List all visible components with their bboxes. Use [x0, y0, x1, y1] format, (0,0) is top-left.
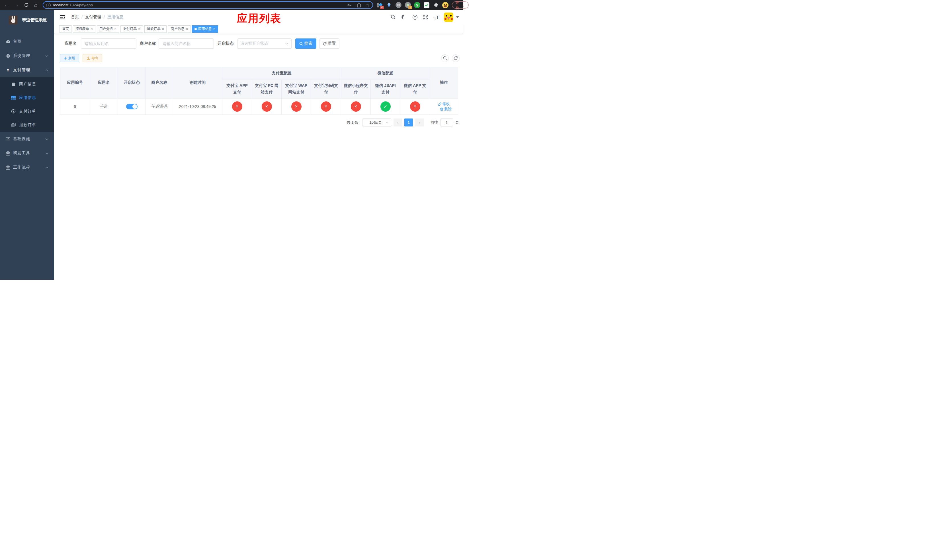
sidebar: 芋道管理系统 首页 系统管理 ¥ 支付管理 — [0, 10, 54, 280]
close-icon[interactable]: × — [186, 27, 188, 31]
url-bar[interactable]: i localhost:1024/pay/app ☆ — [43, 1, 373, 9]
extensions-puzzle-icon[interactable] — [433, 2, 439, 8]
chevron-down-icon — [45, 138, 48, 140]
export-button[interactable]: 导出 — [83, 54, 102, 62]
sidebar-item-devtools[interactable]: 研发工具 — [0, 146, 54, 160]
caret-down-icon[interactable] — [456, 16, 459, 18]
col-alipay-app: 支付宝 APP 支付 — [222, 79, 252, 98]
extension-profile-icon[interactable]: 1 — [405, 2, 411, 8]
browser-menu-icon[interactable]: ⋮ — [461, 3, 463, 7]
font-size-icon[interactable]: TT — [433, 14, 440, 21]
logo-row[interactable]: 芋道管理系统 — [0, 10, 54, 30]
dashboard-icon — [6, 39, 10, 44]
extension-chart-icon[interactable] — [424, 2, 430, 8]
search-icon[interactable] — [390, 14, 396, 21]
sidebar-item-app[interactable]: 应用信息 — [0, 91, 54, 104]
github-icon[interactable] — [401, 14, 407, 21]
url-path: :1024/pay/app — [68, 3, 93, 7]
breadcrumb-home[interactable]: 首页 — [71, 15, 79, 20]
yen-circle-icon — [11, 109, 16, 114]
tag-home[interactable]: 首页 — [59, 25, 71, 33]
close-icon[interactable]: × — [162, 27, 164, 31]
breadcrumb-current: 应用信息 — [107, 15, 123, 20]
cell-app-id: 6 — [60, 98, 90, 115]
col-alipay-wap: 支付宝 WAP 网站支付 — [281, 79, 311, 98]
sidebar-item-home[interactable]: 首页 — [0, 35, 54, 49]
tag-merchant[interactable]: 商户信息× — [168, 25, 191, 33]
user-avatar[interactable] — [444, 12, 453, 22]
col-wx-app: 微信 APP 支付 — [400, 79, 430, 98]
bookmark-star-icon[interactable]: ☆ — [366, 3, 369, 7]
status-wx-jsapi: ✓ — [380, 101, 391, 112]
browser-update-button[interactable]: 更新 ⋮ — [452, 2, 463, 9]
extension-badge: 1 — [409, 6, 412, 9]
extension-emoji-icon[interactable] — [442, 2, 448, 8]
status-alipay-app: × — [232, 101, 242, 112]
help-icon[interactable]: ? — [412, 14, 418, 21]
breadcrumb: 首页 / 支付管理 / 应用信息 — [71, 15, 123, 20]
sidebar-item-infra[interactable]: 基础设施 — [0, 132, 54, 146]
topbar: 首页 / 支付管理 / 应用信息 ? T — [54, 10, 463, 24]
page-1-button[interactable]: 1 — [404, 118, 413, 127]
merchant-name-input[interactable] — [159, 38, 214, 49]
url-text[interactable]: localhost:1024/pay/app — [53, 3, 93, 7]
extension-command-icon[interactable]: ⌘ — [395, 2, 401, 8]
enabled-switch[interactable] — [126, 104, 138, 109]
cell-merchant: 芋道源码 — [146, 98, 173, 115]
home-icon[interactable]: ⌂ — [32, 2, 39, 9]
document-icon — [11, 123, 16, 127]
delete-button[interactable]: 删除 — [440, 106, 452, 112]
merchant-name-label: 商户名称 — [140, 41, 156, 46]
info-icon[interactable]: i — [46, 3, 51, 8]
tag-app-info[interactable]: 应用信息× — [192, 25, 218, 33]
tag-flow-form[interactable]: 流程表单× — [73, 25, 95, 33]
page-size-select[interactable]: 10条/页 — [362, 118, 391, 127]
refresh-icon — [454, 56, 458, 60]
extension-grid-icon[interactable]: 10 — [377, 2, 383, 8]
app-name-input[interactable] — [81, 38, 136, 49]
extension-y-icon[interactable]: y — [414, 2, 420, 8]
reload-icon[interactable] — [23, 2, 30, 9]
back-icon[interactable]: ← — [3, 2, 10, 9]
close-icon[interactable]: × — [91, 27, 93, 31]
reset-button[interactable]: 重置 — [319, 38, 339, 49]
collapse-sidebar-icon[interactable] — [58, 13, 67, 21]
breadcrumb-pay[interactable]: 支付管理 — [85, 15, 101, 20]
sidebar-item-merchant[interactable]: 商户信息 — [0, 77, 54, 91]
status-label: 开启状态 — [218, 41, 233, 46]
extension-badge: 10 — [380, 6, 384, 9]
tag-pay-order[interactable]: 支付订单× — [121, 25, 143, 33]
prev-page-button[interactable]: ‹ — [393, 118, 402, 127]
next-page-button[interactable]: › — [415, 118, 424, 127]
sidebar-menu: 首页 系统管理 ¥ 支付管理 — [0, 35, 54, 175]
status-wx-lite: × — [351, 101, 361, 112]
tag-user-group[interactable]: 用户分组× — [97, 25, 119, 33]
close-icon[interactable]: × — [213, 27, 216, 31]
forward-icon[interactable]: → — [13, 2, 20, 9]
tag-refund-order[interactable]: 退款订单× — [144, 25, 167, 33]
sidebar-item-refund-order[interactable]: 退款订单 — [0, 118, 54, 132]
toggle-search-button[interactable] — [441, 54, 449, 62]
sidebar-item-pay[interactable]: ¥ 支付管理 — [0, 63, 54, 77]
fullscreen-icon[interactable] — [422, 14, 429, 21]
close-icon[interactable]: × — [138, 27, 141, 31]
logo-avatar — [9, 16, 18, 24]
status-alipay-qr: × — [321, 101, 331, 112]
pencil-icon — [438, 102, 442, 106]
refresh-table-button[interactable] — [452, 54, 460, 62]
sidebar-item-workflow[interactable]: 工作流程 — [0, 160, 54, 175]
chevron-down-icon — [386, 122, 389, 124]
close-icon[interactable]: × — [115, 27, 117, 31]
key-icon[interactable] — [347, 3, 352, 8]
extension-kite-icon[interactable] — [386, 2, 392, 8]
sidebar-item-pay-order[interactable]: 支付订单 — [0, 104, 54, 118]
sidebar-item-system[interactable]: 系统管理 — [0, 49, 54, 63]
search-button[interactable]: 搜索 — [295, 38, 316, 49]
share-icon[interactable] — [357, 3, 362, 8]
goto-page-input[interactable] — [440, 118, 453, 127]
chevron-down-icon — [45, 166, 48, 169]
magnifier-icon — [299, 42, 303, 45]
status-select[interactable]: 请选择开启状态 — [237, 38, 292, 49]
edit-button[interactable]: 修改 — [438, 101, 450, 106]
add-button[interactable]: 新增 — [60, 54, 79, 62]
